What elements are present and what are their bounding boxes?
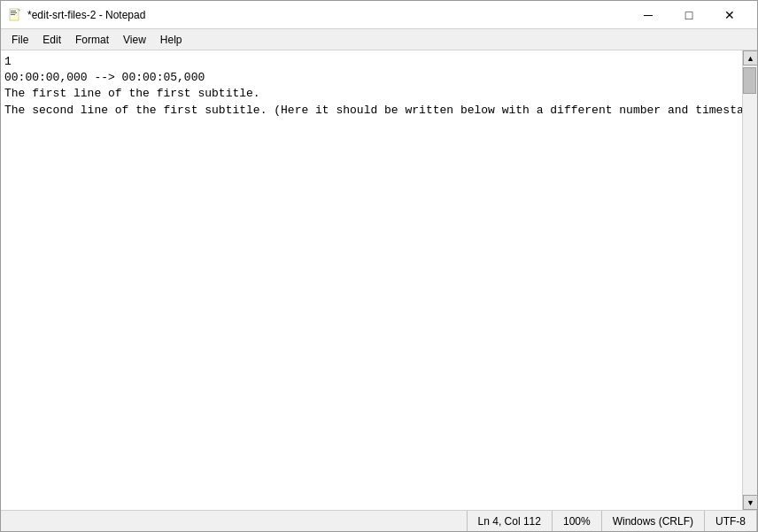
text-editor[interactable] <box>1 50 742 510</box>
menu-help[interactable]: Help <box>153 32 190 48</box>
menu-bar: File Edit Format View Help <box>1 29 757 50</box>
close-button[interactable]: ✕ <box>709 1 750 29</box>
notepad-window: *edit-srt-files-2 - Notepad ─ □ ✕ File E… <box>0 0 758 532</box>
window-controls: ─ □ ✕ <box>628 1 750 29</box>
status-encoding: UTF-8 <box>705 511 757 531</box>
status-empty <box>1 511 468 531</box>
app-icon <box>8 8 22 22</box>
minimize-button[interactable]: ─ <box>628 1 669 29</box>
menu-view[interactable]: View <box>116 32 153 48</box>
maximize-button[interactable]: □ <box>669 1 709 29</box>
scroll-up-button[interactable]: ▲ <box>743 50 757 66</box>
title-bar: *edit-srt-files-2 - Notepad ─ □ ✕ <box>1 1 757 29</box>
scroll-track[interactable] <box>743 66 757 495</box>
svg-marker-4 <box>19 9 20 11</box>
menu-format[interactable]: Format <box>68 32 116 48</box>
vertical-scrollbar[interactable]: ▲ ▼ <box>742 50 757 510</box>
editor-area: ▲ ▼ <box>1 50 757 510</box>
menu-file[interactable]: File <box>4 32 35 48</box>
svg-rect-3 <box>11 14 15 15</box>
svg-rect-2 <box>11 12 17 13</box>
window-title: *edit-srt-files-2 - Notepad <box>27 9 628 21</box>
status-line-ending: Windows (CRLF) <box>602 511 705 531</box>
scroll-thumb[interactable] <box>743 67 756 94</box>
scroll-down-button[interactable]: ▼ <box>743 495 757 510</box>
status-bar: Ln 4, Col 112 100% Windows (CRLF) UTF-8 <box>1 510 757 531</box>
status-zoom: 100% <box>553 511 602 531</box>
svg-rect-1 <box>11 11 16 12</box>
menu-edit[interactable]: Edit <box>35 32 68 48</box>
status-position: Ln 4, Col 112 <box>468 511 553 531</box>
